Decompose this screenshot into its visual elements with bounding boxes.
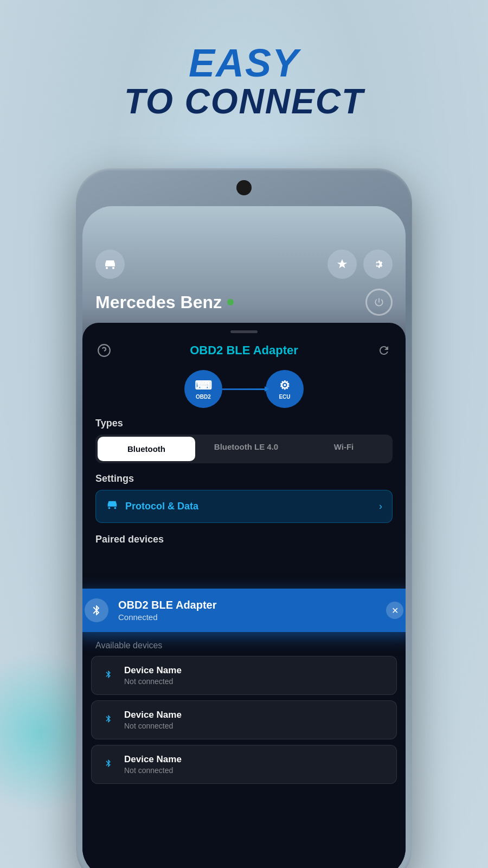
obd2-node: ⌨ OBD2 (184, 370, 222, 408)
protocol-text: Protocol & Data (125, 501, 371, 512)
obd2-icon: ⌨ (195, 379, 212, 393)
banner-status: Connected (118, 612, 376, 622)
device-item-1[interactable]: Device Name Not connected (91, 656, 397, 695)
screen-inner: Mercedes Benz (82, 206, 406, 868)
car-name-row: Mercedes Benz (95, 289, 393, 316)
banner-device-name: OBD2 BLE Adapter (118, 599, 376, 611)
connection-diagram: ⌨ OBD2 ⚙ ECU (82, 365, 406, 418)
header: EASY TO CONNECT (0, 43, 488, 120)
device-name-1: Device Name (124, 665, 387, 676)
ecu-node: ⚙ ECU (266, 370, 304, 408)
top-bar-right (328, 250, 393, 279)
device-status-3: Not connected (124, 766, 387, 775)
obd2-label: OBD2 (196, 394, 211, 400)
tab-wifi[interactable]: Wi-Fi (295, 435, 393, 463)
tab-bluetooth[interactable]: Bluetooth (98, 437, 195, 461)
connection-line (222, 388, 266, 390)
paired-label: Paired devices (82, 534, 406, 545)
device-item-2[interactable]: Device Name Not connected (91, 700, 397, 739)
top-bar (95, 250, 393, 279)
device-name-2: Device Name (124, 710, 387, 720)
obd-header: OBD2 BLE Adapter (82, 333, 406, 365)
device-bt-icon-3 (101, 759, 115, 770)
device-status-1: Not connected (124, 677, 387, 686)
available-label: Available devices (82, 636, 406, 656)
type-tabs: Bluetooth Bluetooth LE 4.0 Wi-Fi (95, 435, 393, 463)
phone-device: Mercedes Benz (76, 168, 412, 868)
obd-title: OBD2 BLE Adapter (113, 343, 375, 358)
tab-bluetooth-le[interactable]: Bluetooth LE 4.0 (197, 435, 295, 463)
header-easy: EASY (0, 43, 488, 82)
car-name: Mercedes Benz (95, 292, 234, 312)
power-button[interactable] (365, 289, 393, 316)
settings-label: Settings (82, 473, 406, 490)
banner-close-button[interactable]: ✕ (386, 602, 403, 619)
header-connect: TO CONNECT (0, 82, 488, 120)
device-item-3[interactable]: Device Name Not connected (91, 745, 397, 784)
banner-text: OBD2 BLE Adapter Connected (118, 599, 376, 622)
ecu-label: ECU (279, 394, 290, 400)
ecu-icon: ⚙ (279, 379, 290, 393)
device-info-1: Device Name Not connected (124, 665, 387, 686)
car-name-text: Mercedes Benz (95, 292, 222, 312)
device-status-2: Not connected (124, 722, 387, 730)
device-info-3: Device Name Not connected (124, 754, 387, 775)
premium-icon-button[interactable] (328, 250, 357, 279)
types-label: Types (82, 418, 406, 435)
phone-notch (236, 180, 252, 195)
bluetooth-icon-large (85, 598, 108, 622)
chevron-right-icon: › (379, 501, 382, 512)
available-section: Available devices Device Name Not connec… (82, 636, 406, 784)
protocol-row[interactable]: Protocol & Data › (95, 490, 393, 523)
device-bt-icon-1 (101, 670, 115, 681)
help-icon[interactable] (95, 342, 113, 359)
online-indicator (227, 299, 234, 305)
phone-screen: Mercedes Benz (82, 206, 406, 868)
dark-panel: OBD2 BLE Adapter ⌨ OBD2 ⚙ (82, 323, 406, 868)
settings-icon-button[interactable] (363, 250, 393, 279)
device-name-3: Device Name (124, 754, 387, 765)
protocol-icon (106, 499, 118, 514)
connected-banner: OBD2 BLE Adapter Connected ✕ (82, 589, 406, 632)
car-icon-button[interactable] (95, 250, 125, 279)
device-bt-icon-2 (101, 714, 115, 726)
device-info-2: Device Name Not connected (124, 710, 387, 730)
refresh-icon[interactable] (375, 342, 393, 359)
